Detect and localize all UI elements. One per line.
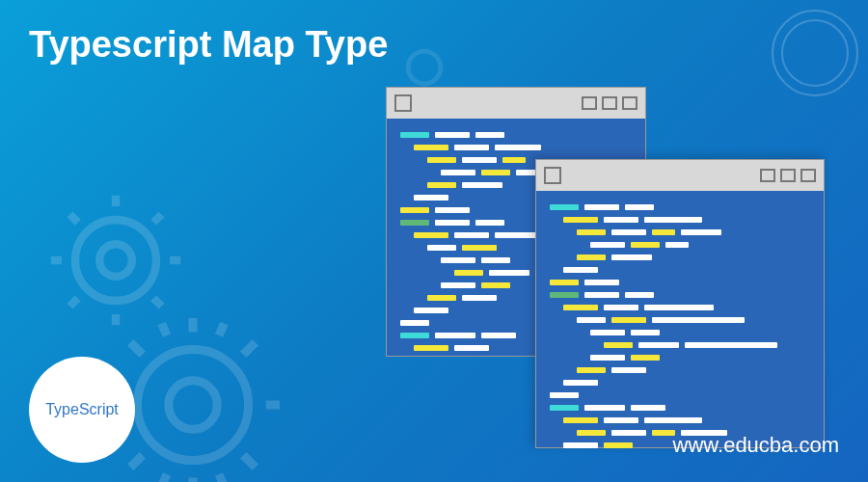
svg-point-2 [137,349,248,460]
svg-point-3 [169,381,217,429]
maximize-icon [780,169,796,182]
code-area [536,191,824,447]
window-titlebar [536,160,824,191]
editor-window-front [535,159,825,448]
logo-text: TypeScript [45,401,119,418]
svg-point-4 [408,51,441,84]
window-menu-icon [544,167,561,184]
minimize-icon [760,169,775,182]
typescript-logo-badge: TypeScript [29,357,135,463]
svg-point-0 [75,220,156,301]
website-url: www.educba.com [673,433,839,458]
minimize-icon [582,96,597,110]
maximize-icon [602,96,617,110]
svg-point-1 [99,244,132,277]
close-icon [622,96,637,110]
gear-icon [48,193,183,328]
close-icon [800,169,816,182]
window-controls [582,96,637,110]
decorative-circle-inner [772,10,858,96]
window-controls [760,169,816,182]
window-menu-icon [394,94,412,112]
window-titlebar [387,88,645,119]
page-title: Typescript Map Type [29,24,388,66]
code-windows-illustration [386,87,829,453]
